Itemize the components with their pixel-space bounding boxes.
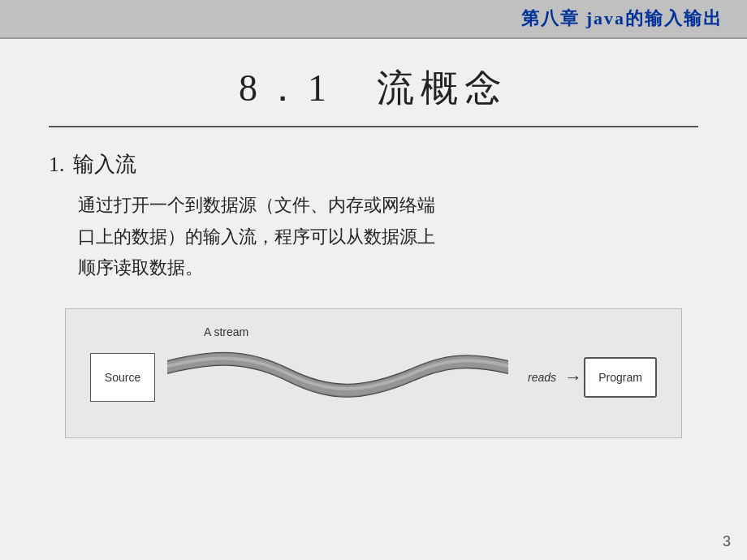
stream-label: A stream [204, 325, 248, 338]
reads-label: reads [528, 371, 556, 384]
list-item-heading: 1. 输入流 [49, 150, 698, 179]
description-text: 通过打开一个到数据源（文件、内存或网络端 口上的数据）的输入流，程序可以从数据源… [78, 190, 698, 284]
list-number: 1. [49, 153, 65, 177]
source-box: Source [90, 353, 155, 402]
program-box: Program [584, 357, 657, 398]
arrow-icon: → [564, 367, 582, 388]
chapter-title: 第八章 java的输入输出 [521, 6, 723, 31]
header-bar: 第八章 java的输入输出 [0, 0, 747, 39]
section-title: 8．1 流概念 [49, 39, 698, 126]
list-heading-text: 输入流 [73, 150, 136, 179]
slide: 第八章 java的输入输出 8．1 流概念 1. 输入流 通过打开一个到数据源（… [0, 0, 747, 560]
title-underline [49, 126, 698, 127]
stream-svg [155, 345, 521, 410]
page-number: 3 [723, 533, 731, 550]
diagram-container: A stream Source [65, 308, 682, 438]
diagram-row: Source reads [90, 345, 657, 410]
content-area: 8．1 流概念 1. 输入流 通过打开一个到数据源（文件、内存或网络端 口上的数… [0, 39, 747, 560]
